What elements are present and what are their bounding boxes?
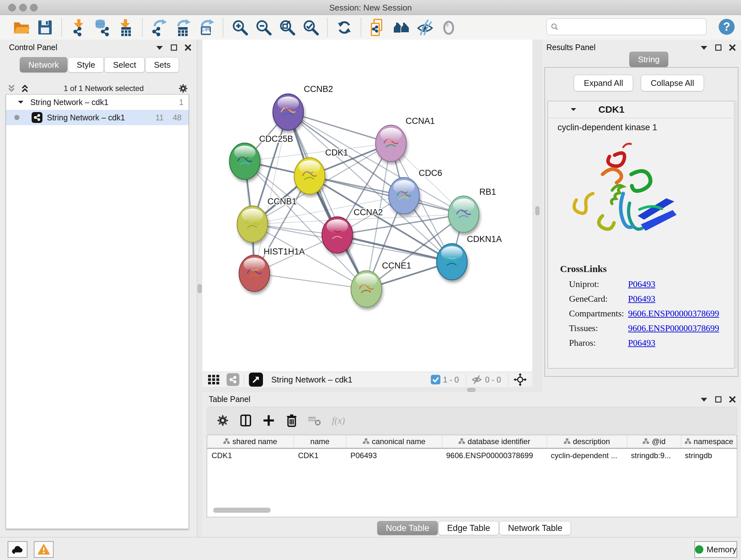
collapse-caret-icon[interactable] — [699, 395, 709, 403]
node-CDK1[interactable] — [294, 158, 325, 194]
cloud-button[interactable] — [8, 541, 27, 558]
home-icon[interactable] — [392, 18, 411, 37]
delete-column-icon[interactable] — [284, 413, 299, 428]
edge-CCNB2-CCNE1[interactable] — [288, 112, 366, 289]
edge-CCNB2-CCNA1[interactable] — [288, 112, 391, 143]
crosslink-link[interactable]: 9606.ENSP00000378699 — [628, 323, 719, 333]
hidden-eye-slash-icon[interactable] — [471, 375, 482, 384]
search-box[interactable] — [546, 18, 706, 35]
crosshair-icon[interactable] — [513, 373, 527, 387]
node-CDKN1A[interactable] — [436, 244, 467, 280]
network-canvas[interactable]: CCNB2CCNA1CDC25BCDK1CDC6RB1CCNB1CCNA2CDK… — [202, 40, 532, 372]
node-CCNB1[interactable] — [237, 206, 268, 242]
tab-edge-table[interactable]: Edge Table — [439, 521, 499, 535]
show-all-icon[interactable] — [439, 18, 458, 37]
network-collection-row[interactable]: String Network – cdk1 1 — [6, 95, 189, 110]
table-options-gear-icon[interactable] — [215, 413, 230, 428]
network-row[interactable]: String Network – cdk1 11 48 — [6, 110, 189, 125]
close-icon[interactable] — [184, 44, 192, 52]
table-cell[interactable]: CDK1 — [207, 451, 293, 460]
float-icon[interactable] — [714, 44, 723, 52]
export-image-icon[interactable] — [197, 18, 216, 37]
collapse-caret-icon[interactable] — [155, 44, 164, 51]
table-cell[interactable]: stringdb:9... — [626, 451, 680, 460]
node-RB1[interactable] — [448, 196, 479, 233]
bottom-splitter-handle[interactable] — [467, 388, 475, 392]
column-header-database-identifier[interactable]: database identifier — [442, 435, 547, 448]
import-database-icon[interactable] — [92, 18, 112, 37]
node-table[interactable]: shared namenamecanonical namedatabase id… — [207, 435, 737, 517]
search-input[interactable] — [559, 20, 706, 34]
tab-string[interactable]: String — [629, 52, 668, 67]
open-file-icon[interactable] — [12, 18, 31, 37]
results-scrollbar[interactable] — [734, 101, 737, 368]
zoom-out-icon[interactable] — [254, 18, 273, 37]
edge-HIST1H1A-CCNE1[interactable] — [254, 273, 366, 289]
tab-sets[interactable]: Sets — [145, 57, 179, 72]
import-network-icon[interactable] — [69, 18, 88, 37]
node-CDC25B[interactable] — [229, 143, 260, 179]
selected-checkbox-icon[interactable] — [431, 375, 441, 384]
node-CCNB2[interactable] — [273, 94, 304, 130]
node-HIST1H1A[interactable] — [239, 255, 270, 292]
tree-expand-caret-icon[interactable] — [17, 99, 24, 105]
collapse-caret-icon[interactable] — [699, 44, 709, 51]
zoom-selected-icon[interactable] — [301, 18, 320, 37]
table-scrollbar[interactable] — [207, 507, 736, 513]
crosslink-link[interactable]: P06493 — [628, 338, 656, 348]
table-cell[interactable]: P06493 — [346, 451, 442, 460]
node-CCNA1[interactable] — [376, 125, 406, 162]
float-icon[interactable] — [714, 395, 723, 403]
column-header--id[interactable]: @id — [627, 435, 682, 448]
save-session-icon[interactable] — [36, 18, 55, 37]
crosslink-link[interactable]: P06493 — [628, 294, 656, 304]
zoom-fit-icon[interactable] — [278, 18, 297, 37]
table-cell[interactable]: CDK1 — [293, 451, 346, 460]
hide-unselected-icon[interactable] — [415, 18, 434, 37]
float-icon[interactable] — [170, 44, 178, 52]
zoom-in-icon[interactable] — [230, 18, 250, 37]
table-row[interactable]: CDK1CDK1P064939606.ENSP00000378699cyclin… — [207, 449, 737, 462]
crosslink-link[interactable]: 9606.ENSP00000378699 — [628, 308, 719, 319]
collapse-all-button[interactable]: Collapse All — [641, 75, 704, 91]
edge-CDK1-RB1[interactable] — [310, 176, 464, 214]
grid-view-icon[interactable] — [208, 375, 219, 384]
refresh-icon[interactable] — [335, 18, 354, 37]
section-caret-icon[interactable] — [569, 106, 577, 113]
share-view-icon[interactable] — [226, 373, 239, 386]
tab-style[interactable]: Style — [68, 57, 104, 72]
column-header-canonical-name[interactable]: canonical name — [346, 435, 442, 448]
node-CCNA2[interactable] — [322, 217, 353, 253]
table-cell[interactable]: cyclin-dependent ... — [546, 451, 626, 460]
tab-network[interactable]: Network — [20, 57, 67, 72]
show-columns-icon[interactable] — [239, 413, 253, 428]
network-graph[interactable]: CCNB2CCNA1CDC25BCDK1CDC6RB1CCNB1CCNA2CDK… — [202, 40, 532, 372]
tab-network-table[interactable]: Network Table — [499, 521, 571, 535]
close-icon[interactable] — [728, 395, 737, 403]
table-cell[interactable]: 9606.ENSP00000378699 — [442, 451, 546, 460]
tab-node-table[interactable]: Node Table — [377, 521, 438, 535]
column-header-shared-name[interactable]: shared name — [207, 435, 294, 448]
protein-section-header[interactable]: CDK1 — [548, 101, 734, 118]
import-table-icon[interactable] — [116, 18, 135, 37]
birdseye-icon[interactable] — [249, 373, 263, 387]
options-gear-icon[interactable] — [178, 83, 189, 94]
node-CDC6[interactable] — [389, 178, 419, 214]
right-splitter[interactable] — [532, 40, 542, 387]
column-header-name[interactable]: name — [294, 435, 347, 448]
clone-network-icon[interactable] — [368, 18, 387, 37]
crosslink-link[interactable]: P06493 — [628, 279, 656, 289]
collapse-rows-icon[interactable] — [20, 83, 30, 94]
export-network-icon[interactable] — [150, 18, 169, 37]
help-icon[interactable]: ? — [718, 18, 736, 36]
right-splitter-handle[interactable] — [536, 206, 539, 215]
memory-button[interactable]: Memory — [694, 541, 737, 558]
add-column-icon[interactable] — [261, 413, 276, 428]
table-scrollbar-thumb[interactable] — [213, 508, 271, 513]
export-table-icon[interactable] — [173, 18, 192, 37]
left-splitter[interactable] — [197, 40, 202, 537]
node-CCNE1[interactable] — [351, 271, 382, 307]
expand-rows-icon[interactable] — [6, 83, 17, 94]
expand-all-button[interactable]: Expand All — [574, 75, 633, 91]
table-cell[interactable]: stringdb — [680, 451, 736, 460]
